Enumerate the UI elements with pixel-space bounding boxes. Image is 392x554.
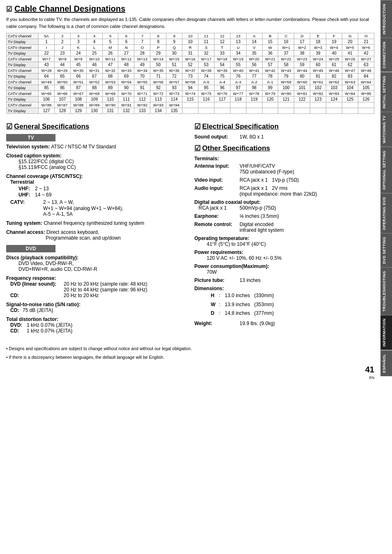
general-spec-title: ☑ General Specifications (6, 122, 186, 131)
operating-temp-row: Operating temperature: 41°F (5°C) to 104… (194, 235, 374, 247)
page-number-area: 41 EN (6, 365, 374, 380)
right-sidebar: INTRODUCTIONCONNECTIONINITIAL SETTINGWAT… (380, 0, 392, 554)
dvd-subsection-bar: DVD (6, 245, 55, 252)
page-number: 41 (365, 365, 374, 374)
tv-system-row: Television system: ATSC / NTSC-M TV Stan… (6, 144, 186, 150)
page-lang: EN (369, 376, 374, 380)
channel-row: CATV channelW+65W+66W+67W+68W+69W+70W+71… (7, 91, 374, 97)
terminals-label: Terminals: (194, 156, 374, 162)
sidebar-tab[interactable]: ESPAÑOL (380, 350, 392, 376)
sound-output-row: Sound output: 1W, 8Ω x 1 (194, 134, 374, 140)
sidebar-tab[interactable]: WATCHING TV (380, 112, 392, 147)
sidebar-tab[interactable]: TROUBLESHOOTING (380, 267, 392, 315)
footer-note: • If there is a discrepancy between lang… (6, 354, 374, 361)
channel-row: TV Display222324252627282930313233343536… (7, 51, 374, 56)
sidebar-tab[interactable]: INTRODUCTION (380, 0, 392, 38)
channel-row: TV Display127128129130131132133134135 (7, 108, 374, 114)
audio-input-row: Audio input: RCA jack x 1 2V rms (input … (194, 185, 374, 197)
video-input-row: Video input: RCA jack x 1 1Vp-p (75Ω) (194, 177, 374, 183)
channel-row: CATV channelW+7W+8W+9W+10W+11W+12W+13W+1… (7, 56, 374, 62)
dimensions-row: Dimensions: H : 13.0 inches (330mm) W : (194, 286, 374, 318)
power-req-row: Power requirements: 120 V AC +/- 10%, 60… (194, 249, 374, 261)
sidebar-tab[interactable]: OPERATING DVD (380, 193, 392, 233)
right-specs-section: ☑ Electrical Specification Sound output:… (194, 122, 374, 337)
channel-row: TV Display106107108109110111112113114115… (7, 97, 374, 102)
channel-row: CATV channelW+28W+29W+30W+31W+32W+33W+34… (7, 68, 374, 74)
checkmark-icon: ☑ (6, 5, 12, 13)
cable-intro: If you subscribe to cable TV, the channe… (6, 16, 374, 30)
general-spec-section: ☑ General Specifications TV Television s… (6, 122, 186, 337)
picture-tube-row: Picture tube: 13 inches (194, 277, 374, 283)
channel-row: CATV channelW+49W+50W+51W+52W+53W+54W+55… (7, 79, 374, 85)
channel-row: CATV channelIJKLMNOPQRSTUVWW+1W+2W+3W+4W… (7, 45, 374, 51)
electrical-section: ☑ Electrical Specification Sound output:… (194, 122, 374, 140)
freq-response-row: Frequency response: DVD (linear sound): … (6, 275, 186, 298)
channel-row: TV Display434445464748495051525354555657… (7, 62, 374, 68)
sidebar-tab[interactable]: DVD SETTING (380, 233, 392, 267)
power-consumption-row: Power consumption(Maximum): 70W (194, 263, 374, 275)
footer-notes: • Designs and specifications are subject… (6, 345, 374, 361)
sidebar-tab[interactable]: INFORMATION (380, 315, 392, 350)
channel-row: CATV channel5A2345678910111213ABCDEFGH (7, 33, 374, 39)
sidebar-tab[interactable]: INITIAL SETTING (380, 72, 392, 112)
weight-row: Weight: 19.9 lbs. (9.0kg) (194, 321, 374, 326)
sidebar-tab[interactable]: CONNECTION (380, 38, 392, 72)
cable-section-title: ☑ Cable Channel Designations (6, 4, 374, 14)
earphone-row: Earphone: ⅛ inches (3.5mm) (194, 213, 374, 219)
other-spec-title: ☑ Other Specifications (194, 144, 374, 152)
antenna-input-row: Antenna input: VHF/UHF/CATV 75Ω unbalanc… (194, 163, 374, 175)
remote-control-row: Remote control: Digital encoded infrared… (194, 222, 374, 233)
electrical-spec-title: ☑ Electrical Specification (194, 122, 374, 131)
channel-row: TV Display646566676869707172737475767778… (7, 74, 374, 79)
channel-access-row: Channel access: Direct access keyboard, … (6, 229, 186, 241)
closed-caption-row: Closed caption system: §15.122/FCC (digi… (6, 153, 186, 170)
sn-ratio-row: Signal-to-noise ratio (S/N ratio): CD: 7… (6, 302, 186, 313)
sidebar-tab[interactable]: OPTIONAL SETTING (380, 147, 392, 193)
channel-table: CATV channel5A2345678910111213ABCDEFGHTV… (6, 33, 374, 114)
channel-row: TV Display858687888990919293949596979899… (7, 85, 374, 91)
distortion-row: Total distortion factor: DVD: 1 kHz 0.07… (6, 316, 186, 334)
digital-audio-row: Digital audio coaxial output: RCA jack x… (194, 199, 374, 211)
tv-subsection-bar: TV (6, 134, 55, 141)
other-spec-section: ☑ Other Specifications Terminals: Antenn… (194, 144, 374, 326)
channel-row: CATV channelW+86W+87W+88W+89W+90W+91W+92… (7, 102, 374, 108)
channel-row: TV Display123456789101112131415161718192… (7, 39, 374, 45)
channel-coverage-row: Channel coverage (ATSC/NTSC): Terrestria… (6, 173, 186, 217)
cable-section: ☑ Cable Channel Designations If you subs… (6, 4, 374, 114)
footer-note: • Designs and specifications are subject… (6, 345, 374, 352)
discs-row: Discs (playback compatibility): DVD Vide… (6, 255, 186, 272)
tuning-system-row: Tuning system: Channel frequency synthes… (6, 220, 186, 226)
